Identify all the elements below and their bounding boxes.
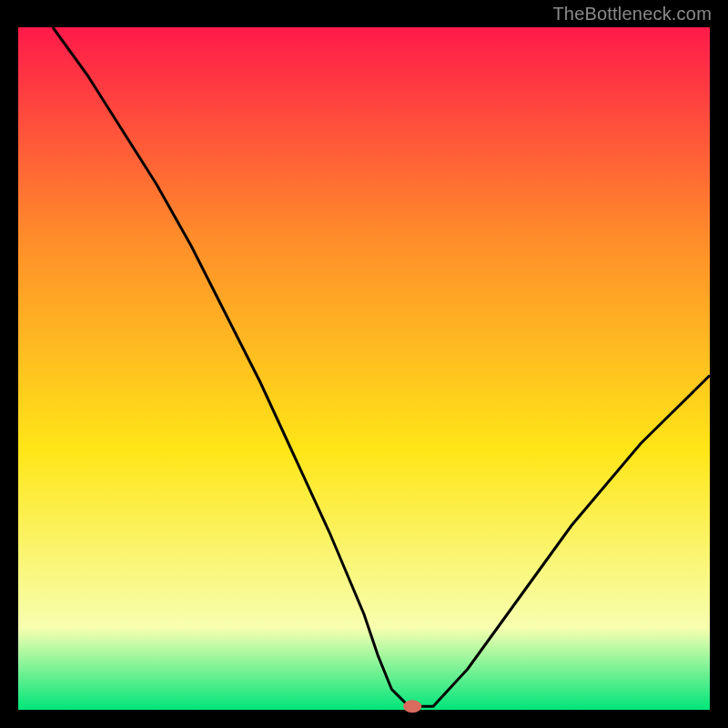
chart-frame: TheBottleneck.com <box>0 0 728 728</box>
optimal-point-marker <box>403 700 421 713</box>
attribution-label: TheBottleneck.com <box>552 4 712 25</box>
bottleneck-chart <box>0 0 728 728</box>
